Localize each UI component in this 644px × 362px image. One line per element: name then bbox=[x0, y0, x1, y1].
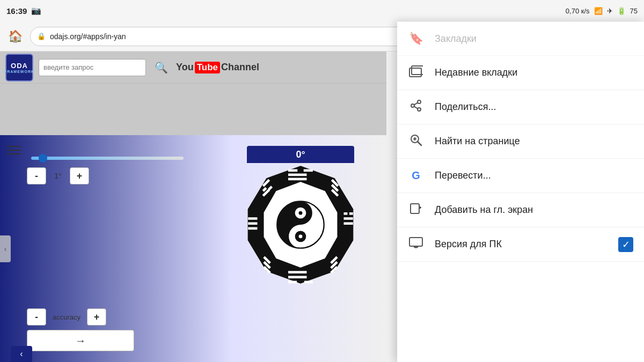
svg-rect-49 bbox=[409, 238, 422, 246]
side-arrow-button[interactable]: ‹ bbox=[0, 235, 11, 262]
search-icon: 🔍 bbox=[155, 61, 168, 74]
menu-label-add-homescreen: Добавить на гл. экран bbox=[435, 204, 633, 216]
share-icon bbox=[408, 99, 424, 115]
svg-rect-7 bbox=[288, 169, 297, 172]
plus-button[interactable]: + bbox=[70, 167, 89, 184]
slider-track[interactable] bbox=[31, 157, 184, 160]
screenshot-icon: 📷 bbox=[31, 6, 41, 16]
accuracy-label: accuracy bbox=[50, 313, 83, 321]
hamburger-line-2 bbox=[6, 150, 21, 151]
menu-item-share[interactable]: Поделиться... bbox=[397, 90, 644, 124]
bookmark-icon: 🔖 bbox=[408, 32, 424, 46]
svg-rect-29 bbox=[248, 222, 257, 225]
menu-item-bookmarks[interactable]: 🔖 Закладки bbox=[397, 21, 644, 56]
youtube-tube-text: Tube bbox=[195, 62, 220, 73]
slider-thumb[interactable] bbox=[39, 154, 47, 162]
search-button[interactable]: 🔍 bbox=[151, 58, 171, 77]
arrow-button[interactable]: → bbox=[27, 330, 134, 351]
svg-rect-21 bbox=[288, 271, 307, 274]
translate-icon: G bbox=[408, 169, 424, 182]
plus-icon: + bbox=[77, 171, 83, 182]
menu-label-share: Поделиться... bbox=[435, 101, 633, 113]
chevron-left-icon: ‹ bbox=[4, 245, 7, 253]
bagua-symbol bbox=[239, 163, 362, 286]
youtube-badge[interactable]: You Tube Channel bbox=[176, 62, 259, 73]
youtube-you-text: You bbox=[176, 62, 194, 73]
youtube-channel-text: Channel bbox=[221, 62, 259, 73]
desktop-checkbox[interactable]: ✓ bbox=[618, 237, 633, 252]
airplane-icon: ✈ bbox=[607, 7, 613, 15]
menu-item-translate[interactable]: G Перевести... bbox=[397, 159, 644, 193]
main-content: ‹ - 1° + 0° bbox=[0, 135, 386, 362]
svg-rect-28 bbox=[248, 217, 257, 220]
search-input[interactable] bbox=[39, 59, 146, 76]
app-header: ODA FRAMEWORK 🔍 You Tube Channel bbox=[0, 51, 386, 84]
svg-rect-23 bbox=[288, 281, 297, 284]
battery-icon: 🔋 bbox=[617, 7, 626, 15]
svg-rect-10 bbox=[288, 178, 307, 181]
accuracy-minus-icon: - bbox=[35, 312, 38, 323]
step-value: 1° bbox=[50, 172, 65, 180]
wifi-icon: 📶 bbox=[594, 7, 603, 15]
svg-rect-46 bbox=[411, 204, 419, 213]
status-bar: 16:39 📷 0,70 к/s 📶 ✈ 🔋 75 bbox=[0, 0, 644, 21]
menu-label-find: Найти на странице bbox=[435, 136, 633, 147]
oda-logo: ODA FRAMEWORK bbox=[5, 54, 33, 82]
accuracy-row: - accuracy + bbox=[27, 308, 134, 326]
menu-label-desktop: Версия для ПК bbox=[435, 239, 608, 250]
svg-point-5 bbox=[299, 211, 303, 215]
add-homescreen-icon bbox=[408, 202, 424, 218]
menu-label-translate: Перевести... bbox=[435, 170, 633, 181]
bagua-area: 0° bbox=[225, 146, 376, 286]
slider-row bbox=[27, 157, 188, 160]
time-display: 16:39 bbox=[6, 6, 27, 16]
step-row: - 1° + bbox=[27, 167, 188, 184]
recent-tabs-icon bbox=[408, 65, 424, 80]
battery-level: 75 bbox=[630, 7, 638, 15]
home-icon: 🏠 bbox=[8, 29, 23, 43]
menu-item-find[interactable]: Найти на странице bbox=[397, 124, 644, 159]
accuracy-minus-button[interactable]: - bbox=[27, 308, 46, 326]
menu-item-recent-tabs[interactable]: Недавние вкладки bbox=[397, 56, 644, 90]
arrow-icon: → bbox=[75, 335, 86, 347]
hamburger-line-3 bbox=[6, 153, 21, 154]
oda-logo-text: ODA bbox=[11, 62, 28, 70]
lock-icon: 🔒 bbox=[37, 32, 46, 40]
menu-item-desktop[interactable]: Версия для ПК ✓ bbox=[397, 227, 644, 262]
svg-point-6 bbox=[299, 234, 303, 238]
dropdown-menu: 🔖 Закладки Недавние вкладки Поделиться..… bbox=[397, 21, 644, 362]
svg-rect-30 bbox=[248, 227, 257, 230]
menu-item-add-homescreen[interactable]: Добавить на гл. экран bbox=[397, 193, 644, 227]
home-button[interactable]: 🏠 bbox=[5, 27, 25, 46]
minus-button[interactable]: - bbox=[27, 167, 46, 184]
find-icon bbox=[408, 134, 424, 150]
chevron-icon: ‹ bbox=[20, 349, 23, 359]
svg-rect-16 bbox=[344, 212, 348, 215]
bottom-controls: - accuracy + → bbox=[27, 308, 134, 351]
hamburger-line-1 bbox=[6, 146, 21, 147]
app-area: ODA FRAMEWORK 🔍 You Tube Channel ‹ bbox=[0, 51, 386, 362]
svg-line-43 bbox=[418, 142, 421, 145]
menu-label-bookmarks: Закладки bbox=[435, 33, 633, 45]
svg-rect-22 bbox=[288, 276, 307, 278]
status-left: 16:39 📷 bbox=[6, 6, 41, 16]
bottom-chevron-button[interactable]: ‹ bbox=[11, 346, 32, 362]
svg-rect-17 bbox=[349, 212, 353, 215]
svg-line-41 bbox=[414, 106, 418, 108]
minus-icon: - bbox=[35, 171, 38, 182]
desktop-icon bbox=[408, 237, 424, 252]
svg-rect-9 bbox=[288, 174, 307, 176]
svg-rect-15 bbox=[344, 222, 353, 225]
speed-display: 0,70 к/s bbox=[566, 7, 590, 15]
oda-framework-text: FRAMEWORK bbox=[4, 70, 34, 73]
svg-rect-14 bbox=[344, 217, 353, 220]
degree-display: 0° bbox=[247, 146, 354, 163]
svg-rect-8 bbox=[304, 169, 313, 172]
accuracy-plus-button[interactable]: + bbox=[87, 308, 106, 326]
svg-line-40 bbox=[414, 102, 418, 105]
menu-label-recent-tabs: Недавние вкладки bbox=[435, 67, 633, 78]
hamburger-button[interactable] bbox=[4, 141, 24, 160]
accuracy-plus-icon: + bbox=[94, 312, 100, 323]
status-right: 0,70 к/s 📶 ✈ 🔋 75 bbox=[566, 7, 638, 15]
svg-rect-24 bbox=[304, 281, 313, 284]
